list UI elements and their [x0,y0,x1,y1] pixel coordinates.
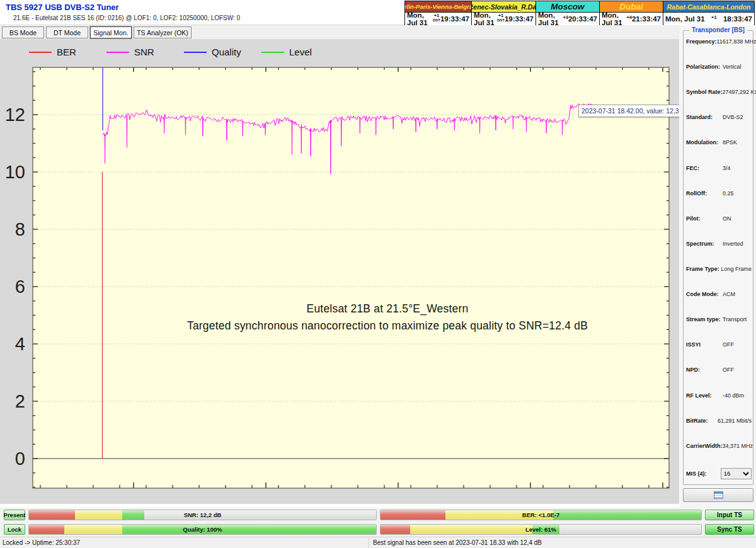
level-line-swatch [261,52,284,53]
chart-tooltip: 2023-07-31 18.42.00, value: 12,399999618… [578,105,684,117]
meter-row-2: Lock Quality: 100% Level: 61% Sync TS [4,523,755,535]
field-npd: NPD:OFF [686,367,752,373]
utc-offset: +1DST [497,13,505,22]
status-separator [369,538,369,548]
clock-date: Mon, Jul 31 [407,11,433,26]
field-symbol-rate: Symbol Rate:27497,292 KS/s [686,89,752,95]
field-pilot: Pilot:ON [686,215,752,222]
legend-label: SNR [134,47,154,57]
tuner-app-window: TBS 5927 USB DVB-S2 Tuner 21.6E - Eutels… [0,0,756,548]
clock-date: Mon, Jul 31 [538,11,563,26]
legend-label: Level [289,47,312,57]
status-bar: Locked -> Uptime: 25:30:37 Best signal h… [0,537,756,548]
present-button[interactable]: Present [4,510,25,520]
clock-date: Mon, Jul 31 [602,11,626,26]
svg-text:6: 6 [15,277,25,297]
field-fec: FEC:3/4 [686,165,752,171]
snr-meter: SNR: 12,2 dB [28,510,377,520]
field-stream-type: Stream type:Transport [686,316,752,323]
chart-annotation: Eutelsat 21B at 21.5°E_Western Targeted … [94,300,680,334]
lock-button[interactable]: Lock [4,524,25,535]
signal-meters: Present SNR: 12,2 dB BER: <1.0E-7 Input … [0,508,756,537]
chart-legend: BER SNR Quality Level [29,47,339,57]
snr-chart[interactable]: 024681012 [0,39,679,504]
utc-offset: +1DST [433,13,440,22]
field-mis: MIS (4): 16 [686,468,752,479]
svg-text:8: 8 [15,219,25,239]
field-frequency: Frequency:11617,838 MHz [686,38,752,45]
legend-item-snr: SNR [106,47,184,57]
mis-select[interactable]: 16 [721,468,752,479]
best-signal-status: Best signal has been seen at 2023-07-31 … [373,539,542,546]
svg-text:4: 4 [15,334,25,354]
svg-text:2: 2 [15,391,25,411]
clock-time-value: 18:33:47 [723,15,752,23]
clock-city-rabat: Rabat-Casablanca-London [663,1,754,13]
snr-meter-label: SNR: 12,2 dB [29,510,376,520]
input-ts-button[interactable]: Input TS [705,510,754,520]
legend-label: BER [57,47,76,57]
svg-text:10: 10 [5,162,25,182]
field-modulation: Modulation:8PSK [686,139,752,146]
clock-time-moscow: Mon, Jul 31 +3 20:33:47 [536,13,600,25]
stripes-icon [714,491,723,499]
legend-item-ber: BER [29,47,106,57]
clock-time-berlin: Mon, Jul 31 +1DST 19:33:47 [405,13,472,25]
transponder-fields: Frequency:11617,838 MHz Polarization:Ver… [686,38,752,479]
tab-dt-mode[interactable]: DT Mode [46,26,88,38]
annotation-line-2: Targeted synchronous nanocorrection to m… [94,317,680,334]
header: TBS 5927 USB DVB-S2 Tuner 21.6E - Eutels… [0,0,756,25]
transponder-groupbox: Transponder [BS] Frequency:11617,838 MHz… [683,30,753,485]
utc-offset: +3 [563,15,568,20]
utc-offset: +1 [711,15,717,20]
clock-date: Mon, Jul 31 [474,11,497,26]
world-clocks: Berlin-Paris-Vienna-Belgrade Lučenec-Slo… [404,1,755,25]
field-carrier-width: CarrierWidth:34,371 MHz [686,443,752,449]
annotation-line-1: Eutelsat 21B at 21.5°E_Western [94,300,680,317]
signal-chart-panel: 024681012 BER SNR Quality Level Eutelsat… [0,39,679,504]
meter-row-1: Present SNR: 12,2 dB BER: <1.0E-7 Input … [4,509,755,520]
ber-meter-label: BER: <1.0E-7 [381,510,701,520]
legend-item-level: Level [261,47,339,57]
clock-time-value: 21:33:47 [632,15,661,23]
ber-line-swatch [29,52,52,53]
tab-strip: BS Mode DT Mode Signal Mon. TS Analyzer … [0,25,679,39]
ber-meter: BER: <1.0E-7 [380,510,702,520]
field-bitrate: BitRate:61,291 Mbit/s [686,418,752,424]
quality-meter-label: Quality: 100% [29,525,376,534]
utc-offset: +4 [626,15,632,20]
clock-time-rabat: Mon, Jul 31 +1 18:33:47 [663,13,754,25]
field-spectrum: Spectrum:Inverted [686,241,752,247]
level-meter: Level: 61% [380,524,702,535]
quality-line-swatch [184,52,207,53]
sync-ts-button[interactable]: Sync TS [705,524,754,535]
field-issyi: ISSYIOFF [686,341,752,348]
svg-text:0: 0 [15,448,25,469]
clock-time-lucenec: Mon, Jul 31 +1DST 19:33:47 [472,13,536,25]
ts-panel-button[interactable] [683,488,753,502]
clock-date: Mon, Jul 31 [665,15,705,23]
legend-label: Quality [212,47,241,57]
sidebar: Transponder [BS] Frequency:11617,838 MHz… [679,25,756,537]
field-rolloff: RollOff:0.25 [686,190,752,197]
clock-time-value: 19:33:47 [505,15,534,23]
transponder-title: Transponder [BS] [689,26,747,33]
field-rf-level: RF Level:-40 dBm [686,392,752,399]
field-polarization: Polarization:Vertical [686,64,752,70]
field-frame-type: Frame Type:Long Frame [686,266,752,272]
tab-signal-mon[interactable]: Signal Mon. [90,26,132,38]
clock-time-dubai: Mon, Jul 31 +4 21:33:47 [600,13,663,25]
tab-ts-analyzer[interactable]: TS Analyzer (OK) [134,26,192,38]
quality-meter: Quality: 100% [28,524,377,535]
app-title: TBS 5927 USB DVB-S2 Tuner [6,3,119,12]
clock-time-value: 20:33:47 [568,15,597,23]
tab-bs-mode[interactable]: BS Mode [2,26,44,38]
clock-time-value: 19:33:47 [440,15,469,23]
field-standard: Standard:DVB-S2 [686,114,752,120]
snr-line-swatch [106,52,129,53]
svg-text:12: 12 [5,105,25,125]
legend-item-quality: Quality [184,47,261,57]
field-code-mode: Code Mode:ACM [686,291,752,297]
level-meter-label: Level: 61% [381,525,701,534]
transponder-summary: 21.6E - Eutelsat 21B SES 16 (ID: 0216) @… [13,14,240,21]
